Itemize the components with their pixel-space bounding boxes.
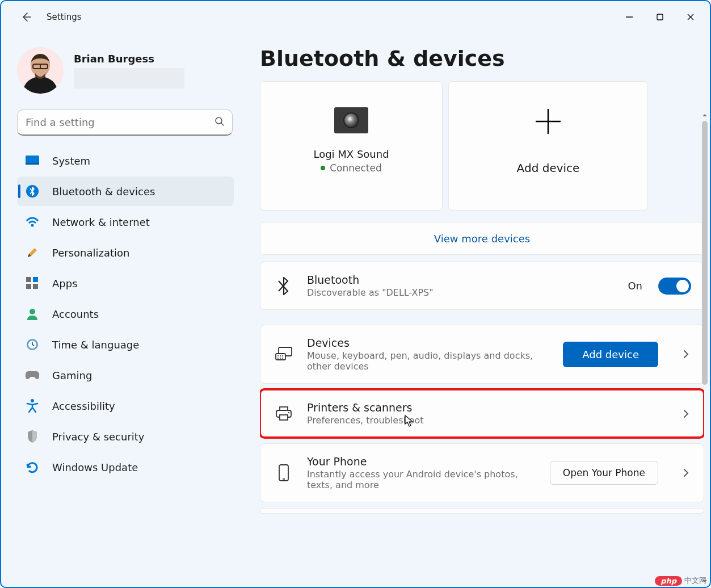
svg-point-30 — [282, 358, 283, 359]
network-icon — [25, 215, 40, 229]
svg-rect-24 — [276, 354, 285, 360]
sidebar-item-privacy[interactable]: Privacy & security — [17, 422, 234, 451]
sidebar-item-bluetooth[interactable]: Bluetooth & devices — [17, 177, 234, 206]
chevron-right-icon — [681, 468, 691, 478]
svg-point-29 — [280, 358, 281, 359]
printers-panel[interactable]: Printers & scanners Preferences, trouble… — [260, 389, 704, 438]
svg-rect-13 — [26, 277, 31, 282]
minimize-icon — [625, 13, 633, 21]
view-more-label: View more devices — [434, 233, 530, 245]
svg-point-25 — [277, 355, 279, 356]
arrow-left-icon — [20, 11, 32, 23]
vertical-scrollbar[interactable] — [702, 121, 708, 576]
nav-label: Accounts — [52, 308, 99, 320]
phone-title: Your Phone — [307, 455, 537, 468]
titlebar: Settings — [1, 1, 710, 32]
watermark-brand: php — [655, 576, 682, 586]
svg-rect-15 — [26, 284, 31, 289]
add-device-card[interactable]: Add device — [448, 81, 648, 211]
back-button[interactable] — [17, 11, 35, 23]
sidebar-item-accounts[interactable]: Accounts — [17, 299, 234, 329]
svg-point-7 — [216, 117, 222, 124]
nav-label: Accessibility — [52, 400, 115, 412]
your-phone-panel[interactable]: Your Phone Instantly access your Android… — [260, 443, 704, 502]
phone-subtitle: Instantly access your Android device's p… — [307, 469, 537, 490]
minimize-button[interactable] — [615, 6, 644, 28]
svg-rect-10 — [26, 163, 39, 165]
personalization-icon — [25, 245, 40, 260]
sidebar-item-accessibility[interactable]: Accessibility — [17, 391, 234, 421]
device-name: Logi MX Sound — [313, 148, 389, 160]
device-card[interactable]: Logi MX Sound Connected — [260, 81, 443, 211]
bluetooth-title: Bluetooth — [307, 274, 615, 286]
chevron-right-icon — [681, 349, 691, 359]
sidebar-item-network[interactable]: Network & internet — [17, 207, 234, 237]
bluetooth-glyph-icon — [273, 276, 295, 296]
scroll-thumb[interactable] — [702, 121, 708, 385]
svg-rect-14 — [33, 277, 38, 282]
avatar — [17, 47, 64, 94]
user-info: Brian Burgess — [74, 53, 184, 89]
svg-point-34 — [288, 411, 289, 413]
devices-subtitle: Mouse, keyboard, pen, audio, displays an… — [307, 350, 550, 372]
accounts-icon — [25, 306, 40, 321]
phone-icon — [273, 464, 295, 481]
apps-icon — [25, 276, 40, 291]
search-input[interactable] — [17, 110, 233, 136]
svg-point-17 — [30, 309, 35, 314]
sidebar-item-windows-update[interactable]: Windows Update — [17, 452, 234, 482]
sidebar-item-time-language[interactable]: Time & language — [17, 330, 234, 359]
user-email-placeholder — [74, 68, 184, 89]
printers-title: Printers & scanners — [307, 401, 668, 414]
svg-line-8 — [221, 123, 224, 125]
svg-rect-1 — [657, 14, 663, 20]
close-icon — [687, 13, 695, 21]
sidebar-item-apps[interactable]: Apps — [17, 268, 234, 298]
devices-title: Devices — [307, 337, 550, 349]
sidebar: Brian Burgess System Bluetooth & devices — [1, 32, 239, 587]
sidebar-item-gaming[interactable]: Gaming — [17, 360, 234, 390]
add-device-label: Add device — [517, 161, 580, 175]
svg-point-12 — [31, 224, 34, 227]
search-icon — [214, 116, 225, 129]
svg-point-27 — [282, 355, 283, 356]
update-icon — [25, 460, 40, 474]
page-title: Bluetooth & devices — [260, 46, 704, 71]
bluetooth-state-label: On — [628, 280, 642, 292]
add-device-button[interactable]: Add device — [563, 342, 658, 367]
user-name: Brian Burgess — [74, 53, 184, 65]
printer-icon — [273, 406, 295, 421]
main-pane: Bluetooth & devices Logi MX Sound Connec… — [239, 32, 710, 587]
content-scroll[interactable]: Logi MX Sound Connected Add device View … — [260, 81, 704, 582]
svg-rect-35 — [279, 465, 288, 481]
next-panel-peek[interactable] — [260, 508, 704, 514]
bluetooth-icon — [25, 184, 40, 199]
open-your-phone-button[interactable]: Open Your Phone — [550, 461, 658, 485]
svg-rect-16 — [33, 284, 38, 289]
chevron-right-icon — [681, 409, 691, 419]
close-button[interactable] — [676, 6, 705, 28]
window-title: Settings — [47, 12, 82, 22]
scroll-up-icon — [701, 112, 708, 119]
printers-subtitle: Preferences, troubleshoot — [307, 415, 668, 426]
accessibility-icon — [25, 398, 40, 413]
system-icon — [25, 153, 40, 168]
view-more-devices-link[interactable]: View more devices — [260, 222, 704, 255]
plus-icon — [532, 106, 564, 140]
user-profile[interactable]: Brian Burgess — [17, 44, 234, 107]
device-cards-row: Logi MX Sound Connected Add device — [260, 81, 704, 211]
sidebar-item-personalization[interactable]: Personalization — [17, 238, 234, 267]
svg-point-20 — [31, 399, 34, 402]
svg-point-28 — [277, 358, 279, 359]
nav-label: Bluetooth & devices — [52, 186, 155, 198]
privacy-icon — [25, 429, 40, 444]
maximize-button[interactable] — [645, 6, 675, 28]
svg-rect-33 — [280, 415, 288, 420]
sidebar-item-system[interactable]: System — [17, 146, 234, 175]
bluetooth-toggle[interactable] — [658, 278, 691, 295]
nav-label: Gaming — [52, 369, 92, 381]
nav-label: Windows Update — [52, 461, 138, 473]
devices-icon — [273, 347, 295, 362]
devices-panel[interactable]: Devices Mouse, keyboard, pen, audio, dis… — [260, 325, 704, 384]
window-controls — [615, 6, 705, 28]
